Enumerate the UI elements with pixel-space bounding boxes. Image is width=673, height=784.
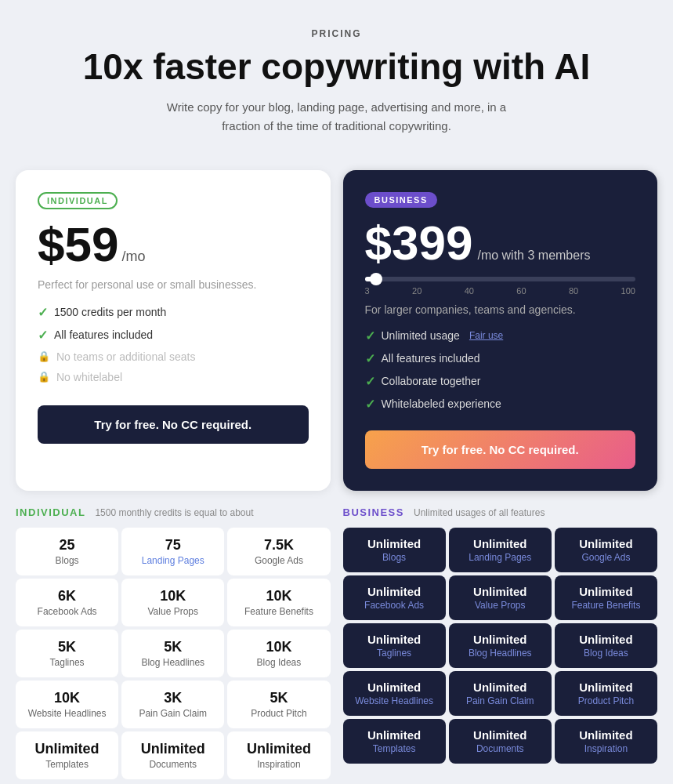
- business-grid: UnlimitedBlogsUnlimitedLanding PagesUnli…: [343, 528, 658, 764]
- slider-label-3: 3: [365, 286, 370, 296]
- business-feature-table: BUSINESS Unlimited usages of all feature…: [343, 506, 658, 779]
- business-description: For larger companies, teams and agencies…: [365, 303, 636, 316]
- business-card: BUSINESS $399 /mo with 3 members 3 20 40…: [343, 170, 658, 491]
- individual-price: $59: [38, 220, 118, 269]
- individual-cell-label: Templates: [24, 759, 110, 770]
- business-grid-cell: UnlimitedBlogs: [343, 528, 446, 572]
- business-grid-cell: UnlimitedFacebook Ads: [343, 575, 446, 620]
- individual-grid-cell: 7.5KGoogle Ads: [227, 528, 330, 575]
- business-grid-cell: UnlimitedDocuments: [449, 719, 552, 764]
- business-cell-value: Unlimited: [457, 681, 544, 694]
- slider-labels: 3 20 40 60 80 100: [365, 286, 636, 296]
- business-cell-label: Landing Pages: [457, 552, 544, 563]
- business-grid-cell: UnlimitedFeature Benefits: [555, 575, 657, 620]
- business-cell-label: Blog Ideas: [563, 648, 649, 659]
- individual-cell-value: 3K: [129, 690, 216, 706]
- lock-icon-2: 🔒: [38, 371, 50, 383]
- individual-grid-cell: 5KTaglines: [16, 630, 118, 677]
- individual-cell-label: Google Ads: [235, 555, 322, 566]
- business-price-unit: /mo with 3 members: [477, 249, 590, 263]
- feature-text-3: No teams or additional seats: [56, 350, 195, 363]
- slider-label-20: 20: [412, 286, 422, 296]
- individual-cell-value: 5K: [235, 690, 322, 706]
- business-grid-cell: UnlimitedBlog Headlines: [449, 623, 552, 668]
- business-cell-label: Templates: [351, 743, 438, 754]
- individual-grid-cell: 10KFeature Benefits: [227, 579, 330, 626]
- business-cell-value: Unlimited: [351, 537, 438, 550]
- individual-cell-value: 25: [24, 537, 110, 554]
- hero-title: 10x faster copywriting with AI: [31, 47, 642, 87]
- individual-feature-table: INDIVIDUAL 1500 monthly credits is equal…: [16, 506, 331, 779]
- individual-table-sublabel: 1500 monthly credits is equal to about: [95, 507, 253, 518]
- business-badge: BUSINESS: [365, 192, 437, 208]
- individual-grid-cell: 5KProduct Pitch: [227, 681, 330, 728]
- business-grid-cell: UnlimitedGoogle Ads: [555, 528, 657, 572]
- feature-text-1: 1500 credits per month: [54, 306, 166, 318]
- feature-tables: INDIVIDUAL 1500 monthly credits is equal…: [0, 491, 673, 784]
- business-cell-value: Unlimited: [351, 681, 438, 694]
- individual-cell-label: Feature Benefits: [235, 606, 322, 617]
- individual-cell-value: 10K: [129, 588, 216, 604]
- check-icon-2: ✓: [38, 328, 48, 343]
- business-cell-label: Facebook Ads: [351, 600, 438, 611]
- hero-section: PRICING 10x faster copywriting with AI W…: [0, 0, 673, 154]
- biz-check-icon-1: ✓: [365, 328, 375, 343]
- business-grid-cell: UnlimitedTaglines: [343, 623, 446, 668]
- business-features: ✓ Unlimited usage Fair use ✓ All feature…: [365, 328, 636, 412]
- individual-cell-value: Unlimited: [24, 741, 110, 757]
- slider-track: [365, 277, 636, 281]
- individual-cell-value: 10K: [235, 588, 322, 604]
- individual-grid-cell: 6KFacebook Ads: [16, 579, 118, 626]
- business-cta-button[interactable]: Try for free. No CC required.: [365, 430, 636, 469]
- individual-grid-cell: 10KValue Props: [121, 579, 224, 626]
- business-cell-label: Product Pitch: [563, 695, 649, 706]
- business-grid-cell: UnlimitedPain Gain Claim: [449, 671, 552, 716]
- business-cell-value: Unlimited: [351, 633, 438, 646]
- business-cell-label: Google Ads: [563, 552, 649, 563]
- individual-cell-value: 5K: [24, 639, 110, 655]
- business-price: $399: [365, 219, 473, 267]
- individual-cell-value: Unlimited: [235, 741, 322, 757]
- business-cell-value: Unlimited: [457, 728, 544, 742]
- individual-cell-label: Blog Headlines: [129, 657, 216, 668]
- individual-cell-value: 75: [129, 537, 216, 554]
- slider-label-60: 60: [516, 286, 526, 296]
- business-cell-label: Website Headlines: [351, 695, 438, 706]
- business-cell-label: Feature Benefits: [563, 600, 649, 611]
- business-cell-label: Blogs: [351, 552, 438, 563]
- business-cell-value: Unlimited: [457, 537, 544, 550]
- hero-eyebrow: PRICING: [31, 28, 642, 39]
- feature-text-2: All features included: [54, 328, 153, 341]
- individual-features: ✓ 1500 credits per month ✓ All features …: [38, 305, 309, 383]
- business-cell-value: Unlimited: [351, 585, 438, 598]
- slider-label-40: 40: [465, 286, 474, 296]
- business-cell-value: Unlimited: [563, 633, 649, 646]
- business-cell-label: Blog Headlines: [457, 648, 544, 659]
- slider-label-80: 80: [569, 286, 578, 296]
- check-icon-1: ✓: [38, 305, 48, 320]
- business-cell-value: Unlimited: [457, 633, 544, 646]
- individual-cell-value: 10K: [235, 639, 322, 655]
- fair-use-link[interactable]: Fair use: [469, 330, 503, 341]
- individual-cell-label: Facebook Ads: [24, 606, 110, 617]
- individual-card: INDIVIDUAL $59 /mo Perfect for personal …: [16, 170, 331, 491]
- biz-check-icon-2: ✓: [365, 351, 375, 366]
- business-grid-cell: UnlimitedValue Props: [449, 575, 552, 620]
- feature-item-2: ✓ All features included: [38, 328, 309, 343]
- business-cell-label: Documents: [457, 743, 544, 754]
- individual-price-unit: /mo: [121, 249, 145, 265]
- individual-cell-label: Pain Gain Claim: [129, 708, 216, 719]
- business-cell-label: Pain Gain Claim: [457, 695, 544, 706]
- individual-grid-cell: UnlimitedDocuments: [121, 731, 224, 779]
- individual-cell-label: Blog Ideas: [235, 657, 322, 668]
- individual-grid-cell: 10KWebsite Headlines: [16, 681, 118, 728]
- members-slider[interactable]: 3 20 40 60 80 100: [365, 277, 636, 296]
- lock-icon-1: 🔒: [38, 350, 50, 362]
- business-cell-label: Inspiration: [563, 743, 649, 754]
- biz-check-icon-3: ✓: [365, 374, 375, 389]
- business-table-header: BUSINESS Unlimited usages of all feature…: [343, 506, 658, 518]
- business-table-sublabel: Unlimited usages of all features: [414, 507, 545, 518]
- individual-cell-value: 6K: [24, 588, 110, 604]
- individual-cta-button[interactable]: Try for free. No CC required.: [38, 405, 309, 444]
- individual-cell-label: Value Props: [129, 606, 216, 617]
